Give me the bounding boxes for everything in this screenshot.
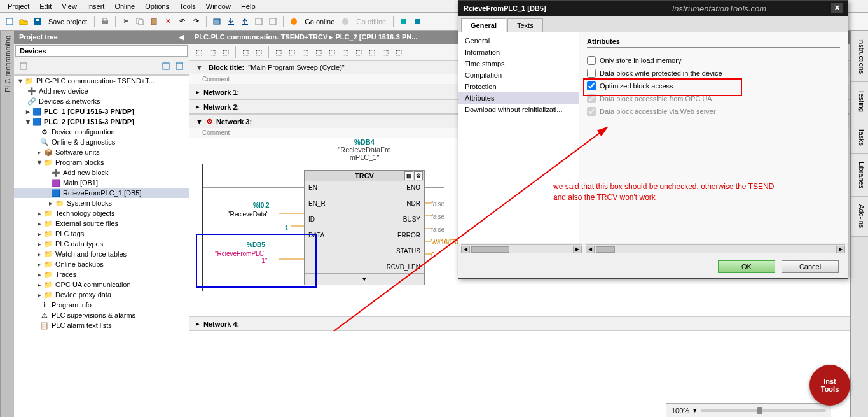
tree-devices-networks[interactable]: Devices & networks (39, 97, 100, 105)
tool-icon-3[interactable] (398, 16, 410, 27)
go-online-button[interactable]: Go online (302, 18, 337, 25)
go-offline-icon[interactable] (340, 16, 351, 27)
tool-icon-2[interactable] (267, 16, 279, 27)
tree-tech-obj[interactable]: Technology objects (55, 209, 115, 217)
ed-tool-icon[interactable]: ⬚ (300, 46, 311, 58)
new-project-icon[interactable] (4, 16, 15, 27)
ed-tool-icon[interactable]: ⬚ (393, 46, 404, 58)
tree-system-blocks[interactable]: System blocks (67, 199, 112, 207)
tree-view2-icon[interactable] (174, 60, 185, 72)
tree-device-config[interactable]: Device configuration (52, 128, 115, 136)
devices-tab[interactable]: Devices (15, 45, 188, 57)
download-icon[interactable] (225, 16, 237, 27)
tree-plc-tags[interactable]: PLC tags (55, 230, 84, 237)
tree-main-ob1[interactable]: Main [OB1] (63, 179, 98, 187)
tree-rcievefromplc1[interactable]: RcieveFromPLC_1 [DB5] (63, 189, 142, 197)
ok-button[interactable]: OK (718, 260, 775, 273)
expand-block-icon[interactable]: ▾ (305, 273, 424, 285)
tool-icon-4[interactable] (412, 16, 424, 27)
menu-online[interactable]: Online (109, 1, 140, 11)
content-scrollbar[interactable]: ◀▶ (586, 244, 845, 253)
tree-opcua[interactable]: OPC UA communication (55, 281, 131, 288)
save-project-button[interactable]: Save project (46, 18, 90, 25)
menu-window[interactable]: Window (201, 1, 236, 11)
tool-icon-1[interactable] (253, 16, 265, 27)
tree-proxy[interactable]: Device proxy data (55, 291, 111, 299)
open-project-icon[interactable] (18, 16, 29, 27)
ed-tool-icon[interactable]: ⬚ (193, 46, 205, 58)
compile-icon[interactable] (211, 16, 223, 27)
nav-download[interactable]: Download without reinitializati... (458, 104, 579, 115)
tree-program-blocks[interactable]: Program blocks (55, 159, 104, 166)
tree-plc1[interactable]: PLC_1 [CPU 1516-3 PN/DP] (44, 108, 134, 115)
zoom-bar[interactable]: 100%▾ (666, 403, 831, 417)
tree-traces[interactable]: Traces (55, 271, 76, 278)
zoom-slider[interactable] (701, 409, 826, 412)
tab-tasks[interactable]: Tasks (851, 120, 868, 154)
tree-plc-datatypes[interactable]: PLC data types (55, 240, 103, 248)
tree-supervisions[interactable]: PLC supervisions & alarms (52, 311, 135, 319)
chk-write-protected[interactable] (587, 69, 596, 78)
nav-attributes[interactable]: Attributes (458, 92, 579, 104)
tab-testing[interactable]: Testing (851, 82, 868, 120)
nav-scrollbar[interactable]: ◀▶ (461, 244, 582, 253)
tree-alarm-text[interactable]: PLC alarm text lists (52, 322, 112, 329)
tree-add-block[interactable]: Add new block (63, 169, 109, 176)
project-tree-body[interactable]: ▼📁PLC-PLC communcation- TSEND+T... ➕Add … (14, 75, 189, 417)
ed-tool-icon[interactable]: ⬚ (353, 46, 364, 58)
ed-tool-icon[interactable]: ⬚ (253, 46, 265, 58)
ed-tool-icon[interactable]: ⬚ (273, 46, 284, 58)
tree-sw-units[interactable]: Software units (55, 148, 100, 156)
go-offline-button[interactable]: Go offline (354, 18, 389, 25)
tree-ext-src[interactable]: External source files (55, 220, 118, 227)
tree-add-device[interactable]: Add new device (39, 87, 88, 95)
dialog-titlebar[interactable]: RcieveFromPLC_1 [DB5] ✕ (458, 1, 848, 16)
undo-icon[interactable]: ↶ (176, 16, 188, 27)
tree-program-info[interactable]: Program info (52, 301, 92, 309)
tab-libraries[interactable]: Libraries (851, 154, 868, 197)
ed-tool-icon[interactable]: ⬚ (286, 46, 298, 58)
cut-icon[interactable]: ✂ (120, 16, 132, 27)
upload-icon[interactable] (239, 16, 251, 27)
menu-view[interactable]: View (57, 1, 82, 11)
ed-tool-icon[interactable]: ⬚ (366, 46, 378, 58)
ed-tool-icon[interactable]: ⬚ (340, 46, 351, 58)
ed-tool-icon[interactable]: ⬚ (207, 46, 218, 58)
tab-texts[interactable]: Texts (507, 18, 543, 32)
dialog-nav[interactable]: General Information Time stamps Compilat… (458, 32, 579, 243)
nav-protection[interactable]: Protection (458, 81, 579, 92)
ed-tool-icon[interactable]: ⬚ (313, 46, 324, 58)
nav-timestamps[interactable]: Time stamps (458, 58, 579, 69)
menu-project[interactable]: Project (3, 1, 34, 11)
trcv-block[interactable]: TRCV ▤⚙ EN EN_R ID DATA ENO NDR (304, 170, 425, 285)
menu-insert[interactable]: Insert (82, 1, 110, 11)
tree-watch-tables[interactable]: Watch and force tables (55, 250, 127, 258)
tree-online-diag[interactable]: Online & diagnostics (52, 138, 115, 146)
tree-tool-icon[interactable] (18, 60, 29, 72)
tree-view1-icon[interactable] (160, 60, 172, 72)
delete-icon[interactable]: ✕ (162, 16, 174, 27)
nav-information[interactable]: Information (458, 46, 579, 58)
close-icon[interactable]: ✕ (831, 3, 843, 13)
cancel-button[interactable]: Cancel (782, 260, 839, 273)
nav-compilation[interactable]: Compilation (458, 69, 579, 81)
tab-addins[interactable]: Add-ins (851, 197, 868, 236)
network-4-header[interactable]: ▸Network 4: (189, 316, 850, 331)
go-online-icon[interactable] (288, 16, 300, 27)
tab-general[interactable]: General (461, 18, 506, 32)
nav-general[interactable]: General (458, 35, 579, 46)
menu-options[interactable]: Options (140, 1, 174, 11)
copy-icon[interactable] (134, 16, 146, 27)
menu-edit[interactable]: Edit (34, 1, 57, 11)
left-sidebar-tab[interactable]: PLC programming (0, 31, 14, 417)
collapse-tree-icon[interactable]: ◀ (179, 33, 184, 41)
paste-icon[interactable] (148, 16, 160, 27)
tree-root[interactable]: PLC-PLC communcation- TSEND+T... (36, 77, 155, 85)
fb-config-icon[interactable]: ⚙ (414, 171, 423, 180)
redo-icon[interactable]: ↷ (190, 16, 202, 27)
chk-load-memory[interactable] (587, 56, 596, 65)
fb-chart-icon[interactable]: ▤ (404, 171, 413, 180)
ed-tool-icon[interactable]: ⬚ (220, 46, 231, 58)
menu-tools[interactable]: Tools (174, 1, 201, 11)
menu-help[interactable]: Help (236, 1, 261, 11)
